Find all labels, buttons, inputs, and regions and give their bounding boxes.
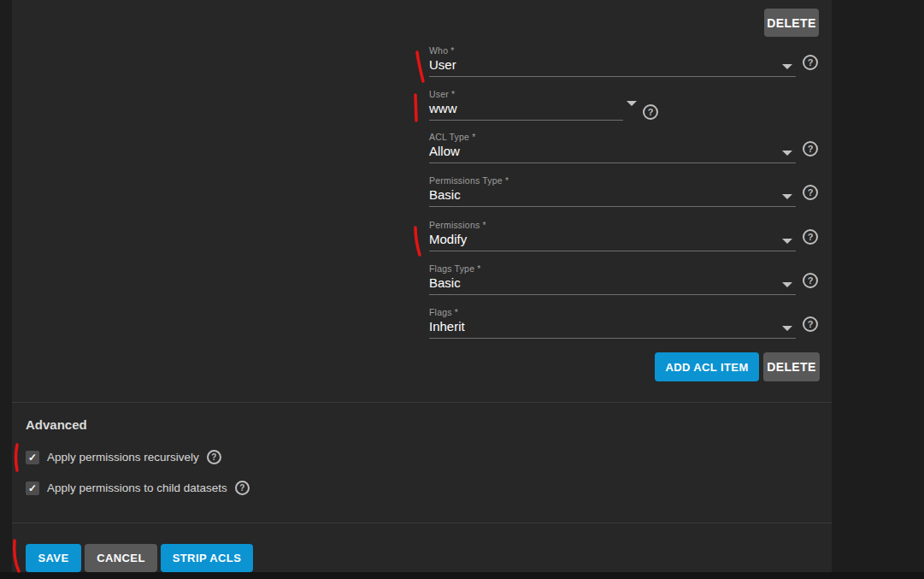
save-button[interactable]: SAVE: [26, 544, 81, 572]
user-combobox[interactable]: User * www ?: [429, 89, 623, 123]
question-glyph: ?: [808, 319, 814, 329]
field-underline: [429, 294, 796, 295]
chevron-down-icon[interactable]: [782, 239, 792, 244]
cancel-button[interactable]: CANCEL: [85, 544, 157, 572]
apply-to-child-datasets-row: ✓ Apply permissions to child datasets ?: [26, 481, 250, 495]
apply-recursively-row: ✓ Apply permissions recursively ?: [26, 450, 221, 464]
help-icon[interactable]: ?: [803, 55, 818, 70]
help-icon[interactable]: ?: [803, 229, 818, 245]
field-underline: [429, 251, 796, 251]
checkmark-icon: ✓: [28, 452, 37, 464]
help-icon[interactable]: ?: [643, 104, 658, 120]
field-underline: [429, 120, 623, 121]
help-icon[interactable]: ?: [803, 316, 818, 332]
flags-type-label: Flags Type *: [429, 263, 481, 274]
field-underline: [429, 206, 796, 207]
acl-editor-screen: { "colors": { "accent_blue": "#0b93d2", …: [0, 0, 924, 579]
chevron-down-icon[interactable]: [782, 64, 792, 69]
apply-to-child-datasets-label: Apply permissions to child datasets: [47, 482, 227, 494]
acl-type-label: ACL Type *: [429, 132, 476, 142]
help-icon[interactable]: ?: [803, 185, 818, 200]
advanced-section-title: Advanced: [26, 417, 87, 432]
acl-form-panel: DELETE Who * User ? User * www ? ACL Typ…: [12, 0, 832, 572]
permissions-label: Permissions *: [429, 220, 486, 230]
chevron-down-icon[interactable]: [627, 101, 637, 106]
field-underline: [429, 162, 796, 163]
strip-acls-button[interactable]: STRIP ACLS: [161, 544, 253, 572]
who-label: Who *: [429, 45, 455, 56]
question-glyph: ?: [808, 232, 814, 242]
page-bottom-strip: [0, 572, 924, 579]
flags-value: Inherit: [429, 319, 465, 334]
chevron-down-icon[interactable]: [782, 151, 792, 156]
flags-select[interactable]: Flags * Inherit ?: [429, 307, 796, 341]
flags-type-value: Basic: [429, 275, 461, 290]
section-divider: [12, 523, 832, 523]
acl-type-value: Allow: [429, 144, 460, 158]
permissions-value: Modify: [429, 232, 467, 246]
chevron-down-icon[interactable]: [782, 194, 792, 199]
help-icon[interactable]: ?: [803, 273, 818, 288]
field-underline: [429, 76, 796, 77]
checkmark-icon: ✓: [28, 482, 37, 494]
add-acl-item-button[interactable]: ADD ACL ITEM: [655, 352, 759, 381]
help-icon[interactable]: ?: [803, 141, 818, 157]
flags-label: Flags *: [429, 307, 458, 317]
question-glyph: ?: [808, 144, 814, 154]
chevron-down-icon[interactable]: [782, 282, 792, 287]
permissions-select[interactable]: Permissions * Modify ?: [429, 220, 796, 254]
section-divider: [12, 402, 832, 403]
question-glyph: ?: [239, 483, 244, 493]
apply-to-child-datasets-checkbox[interactable]: ✓: [26, 482, 39, 495]
apply-recursively-label: Apply permissions recursively: [47, 451, 199, 464]
question-glyph: ?: [211, 452, 216, 462]
who-value: User: [429, 57, 456, 72]
acl-type-select[interactable]: ACL Type * Allow ?: [429, 132, 796, 166]
user-label: User *: [429, 89, 455, 99]
question-glyph: ?: [808, 57, 814, 68]
chevron-down-icon[interactable]: [782, 326, 792, 331]
user-value: www: [429, 101, 457, 115]
delete-acl-item-button[interactable]: DELETE: [763, 352, 820, 381]
permissions-type-label: Permissions Type *: [429, 175, 509, 186]
apply-recursively-checkbox[interactable]: ✓: [26, 451, 39, 464]
form-actions: SAVE CANCEL STRIP ACLS: [26, 544, 253, 572]
permissions-type-value: Basic: [429, 187, 461, 202]
help-icon[interactable]: ?: [235, 481, 250, 495]
field-underline: [429, 338, 796, 339]
permissions-type-select[interactable]: Permissions Type * Basic ?: [429, 175, 796, 210]
who-select[interactable]: Who * User ?: [429, 45, 796, 80]
question-glyph: ?: [808, 187, 814, 198]
question-glyph: ?: [808, 275, 814, 286]
delete-entry-button[interactable]: DELETE: [764, 9, 819, 37]
help-icon[interactable]: ?: [207, 450, 221, 464]
flags-type-select[interactable]: Flags Type * Basic ?: [429, 263, 796, 298]
question-glyph: ?: [648, 107, 654, 117]
